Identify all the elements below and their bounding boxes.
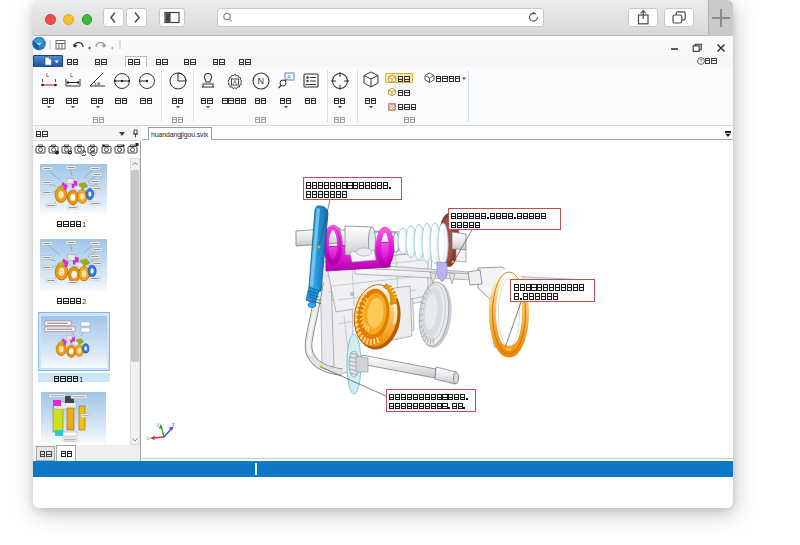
svg-text:a: a (97, 80, 101, 86)
svg-text:z: z (172, 422, 175, 427)
svg-text:A: A (287, 74, 291, 80)
svg-text:A: A (233, 79, 237, 85)
svg-text:L: L (46, 72, 50, 78)
svg-text:x: x (147, 436, 150, 441)
svg-text:L: L (70, 72, 74, 78)
svg-text:?: ? (699, 58, 702, 64)
svg-text:N: N (258, 76, 265, 86)
svg-text:y: y (157, 422, 160, 427)
